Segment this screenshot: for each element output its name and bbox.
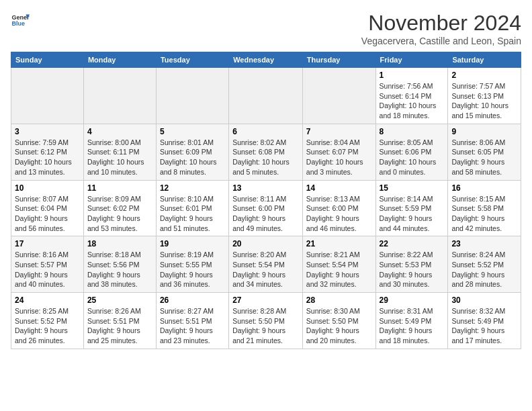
day-number: 16 [451,183,517,193]
day-number: 3 [15,127,80,136]
day-number: 8 [380,127,445,136]
day-info: Sunrise: 8:26 AMSunset: 5:51 PMDaylight:… [87,306,152,346]
calendar-cell: 20Sunrise: 8:20 AMSunset: 5:54 PMDayligh… [229,236,303,293]
calendar-cell: 24Sunrise: 8:25 AMSunset: 5:52 PMDayligh… [11,293,84,349]
calendar-cell [156,68,228,124]
calendar-cell: 10Sunrise: 8:07 AMSunset: 6:04 PMDayligh… [11,180,84,236]
day-info: Sunrise: 8:30 AMSunset: 5:50 PMDaylight:… [306,306,372,346]
calendar-cell: 22Sunrise: 8:22 AMSunset: 5:53 PMDayligh… [375,236,448,293]
day-info: Sunrise: 8:24 AMSunset: 5:52 PMDaylight:… [451,250,517,289]
calendar-cell: 15Sunrise: 8:14 AMSunset: 5:59 PMDayligh… [375,180,448,236]
day-number: 10 [15,183,80,193]
day-number: 19 [160,239,225,248]
day-of-week-header: Thursday [302,52,375,68]
day-info: Sunrise: 8:25 AMSunset: 5:52 PMDaylight:… [15,306,80,346]
month-title: November 2024 [361,11,521,36]
calendar-cell: 19Sunrise: 8:19 AMSunset: 5:55 PMDayligh… [156,236,228,293]
day-info: Sunrise: 8:18 AMSunset: 5:56 PMDaylight:… [87,250,152,289]
day-of-week-header: Wednesday [229,52,303,68]
calendar-cell [229,68,303,124]
day-number: 11 [87,183,152,193]
day-number: 20 [232,239,299,248]
day-info: Sunrise: 7:57 AMSunset: 6:13 PMDaylight:… [451,81,517,121]
day-info: Sunrise: 8:07 AMSunset: 6:04 PMDaylight:… [15,194,80,234]
calendar-table: SundayMondayTuesdayWednesdayThursdayFrid… [11,52,521,349]
calendar-cell: 9Sunrise: 8:06 AMSunset: 6:05 PMDaylight… [448,124,521,180]
calendar-cell: 12Sunrise: 8:10 AMSunset: 6:01 PMDayligh… [156,180,228,236]
day-info: Sunrise: 8:22 AMSunset: 5:53 PMDaylight:… [380,250,445,289]
day-of-week-header: Sunday [11,52,84,68]
calendar-cell: 25Sunrise: 8:26 AMSunset: 5:51 PMDayligh… [83,293,156,349]
day-info: Sunrise: 8:20 AMSunset: 5:54 PMDaylight:… [232,250,299,289]
day-info: Sunrise: 8:00 AMSunset: 6:11 PMDaylight:… [87,138,152,177]
day-info: Sunrise: 8:13 AMSunset: 6:00 PMDaylight:… [306,194,372,234]
day-info: Sunrise: 8:09 AMSunset: 6:02 PMDaylight:… [87,194,152,234]
day-info: Sunrise: 8:19 AMSunset: 5:55 PMDaylight:… [160,250,225,289]
day-info: Sunrise: 8:04 AMSunset: 6:07 PMDaylight:… [306,138,372,177]
day-number: 30 [451,295,517,305]
day-number: 26 [160,295,225,305]
calendar-cell: 7Sunrise: 8:04 AMSunset: 6:07 PMDaylight… [302,124,375,180]
svg-text:Blue: Blue [11,20,25,27]
day-info: Sunrise: 8:15 AMSunset: 5:58 PMDaylight:… [451,194,517,234]
title-block: November 2024 Vegacervera, Castille and … [361,11,521,46]
day-info: Sunrise: 8:06 AMSunset: 6:05 PMDaylight:… [451,138,517,177]
day-info: Sunrise: 8:10 AMSunset: 6:01 PMDaylight:… [160,194,225,234]
day-info: Sunrise: 7:59 AMSunset: 6:12 PMDaylight:… [15,138,80,177]
day-of-week-header: Monday [83,52,156,68]
day-info: Sunrise: 8:32 AMSunset: 5:49 PMDaylight:… [451,306,517,346]
calendar-cell: 13Sunrise: 8:11 AMSunset: 6:00 PMDayligh… [229,180,303,236]
calendar-cell [302,68,375,124]
calendar-cell: 28Sunrise: 8:30 AMSunset: 5:50 PMDayligh… [302,293,375,349]
calendar-header-row: SundayMondayTuesdayWednesdayThursdayFrid… [11,52,521,68]
day-number: 27 [232,295,299,305]
day-number: 13 [232,183,299,193]
logo-icon: General Blue [11,11,30,30]
calendar-cell: 17Sunrise: 8:16 AMSunset: 5:57 PMDayligh… [11,236,84,293]
calendar-cell: 26Sunrise: 8:27 AMSunset: 5:51 PMDayligh… [156,293,228,349]
day-number: 15 [380,183,445,193]
calendar-cell [83,68,156,124]
calendar-cell: 23Sunrise: 8:24 AMSunset: 5:52 PMDayligh… [448,236,521,293]
page-header: General Blue November 2024 Vegacervera, … [11,11,521,46]
calendar-cell: 16Sunrise: 8:15 AMSunset: 5:58 PMDayligh… [448,180,521,236]
day-info: Sunrise: 8:28 AMSunset: 5:50 PMDaylight:… [232,306,299,346]
calendar-cell: 4Sunrise: 8:00 AMSunset: 6:11 PMDaylight… [83,124,156,180]
day-number: 4 [87,127,152,136]
day-number: 14 [306,183,372,193]
calendar-cell: 18Sunrise: 8:18 AMSunset: 5:56 PMDayligh… [83,236,156,293]
calendar-cell: 11Sunrise: 8:09 AMSunset: 6:02 PMDayligh… [83,180,156,236]
calendar-week-row: 3Sunrise: 7:59 AMSunset: 6:12 PMDaylight… [11,124,521,180]
day-number: 12 [160,183,225,193]
day-number: 29 [380,295,445,305]
day-number: 6 [232,127,299,136]
logo: General Blue [11,11,30,30]
day-info: Sunrise: 8:02 AMSunset: 6:08 PMDaylight:… [232,138,299,177]
day-number: 7 [306,127,372,136]
day-number: 25 [87,295,152,305]
day-info: Sunrise: 8:01 AMSunset: 6:09 PMDaylight:… [160,138,225,177]
day-number: 23 [451,239,517,248]
day-info: Sunrise: 8:14 AMSunset: 5:59 PMDaylight:… [380,194,445,234]
day-number: 28 [306,295,372,305]
day-number: 17 [15,239,80,248]
day-number: 9 [451,127,517,136]
calendar-cell: 8Sunrise: 8:05 AMSunset: 6:06 PMDaylight… [375,124,448,180]
calendar-cell: 5Sunrise: 8:01 AMSunset: 6:09 PMDaylight… [156,124,228,180]
calendar-cell: 21Sunrise: 8:21 AMSunset: 5:54 PMDayligh… [302,236,375,293]
day-info: Sunrise: 7:56 AMSunset: 6:14 PMDaylight:… [380,81,445,121]
day-info: Sunrise: 8:11 AMSunset: 6:00 PMDaylight:… [232,194,299,234]
calendar-week-row: 17Sunrise: 8:16 AMSunset: 5:57 PMDayligh… [11,236,521,293]
day-info: Sunrise: 8:21 AMSunset: 5:54 PMDaylight:… [306,250,372,289]
calendar-week-row: 24Sunrise: 8:25 AMSunset: 5:52 PMDayligh… [11,293,521,349]
day-number: 2 [451,71,517,80]
day-info: Sunrise: 8:16 AMSunset: 5:57 PMDaylight:… [15,250,80,289]
day-number: 1 [380,71,445,80]
day-number: 24 [15,295,80,305]
day-number: 21 [306,239,372,248]
day-of-week-header: Tuesday [156,52,228,68]
calendar-cell: 29Sunrise: 8:31 AMSunset: 5:49 PMDayligh… [375,293,448,349]
day-of-week-header: Friday [375,52,448,68]
calendar-cell: 27Sunrise: 8:28 AMSunset: 5:50 PMDayligh… [229,293,303,349]
day-info: Sunrise: 8:27 AMSunset: 5:51 PMDaylight:… [160,306,225,346]
